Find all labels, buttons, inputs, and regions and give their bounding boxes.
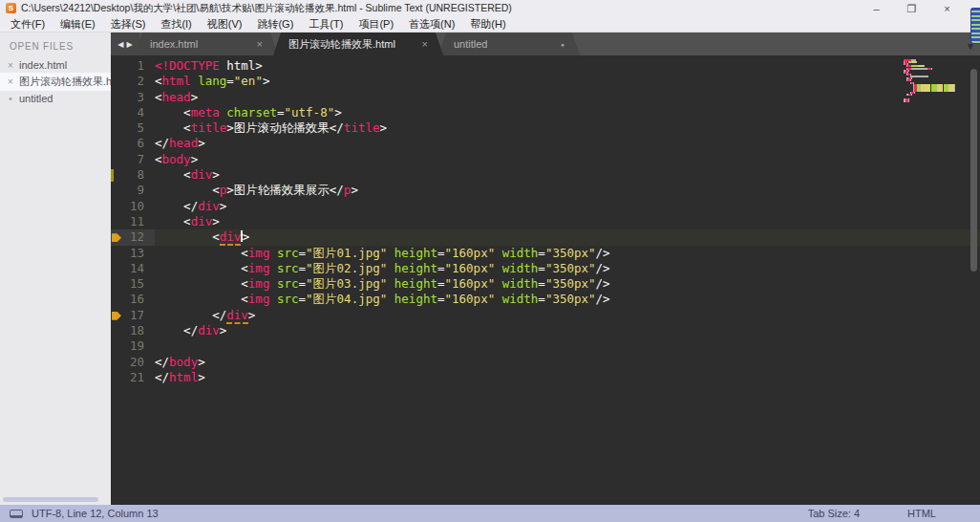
code-line-text: </div> bbox=[155, 308, 980, 323]
code-line[interactable]: 11 <div> bbox=[111, 214, 980, 229]
line-number: 12 bbox=[111, 229, 155, 245]
code-line[interactable]: 9 <p>图片轮播效果展示</p> bbox=[111, 183, 980, 198]
code-line[interactable]: 8 <div> bbox=[111, 167, 980, 183]
code-line[interactable]: 3<head> bbox=[111, 90, 980, 105]
tag-bookmark-icon bbox=[112, 233, 121, 242]
line-number: 6 bbox=[111, 136, 155, 151]
open-files-header: OPEN FILES bbox=[0, 33, 111, 57]
line-number: 9 bbox=[111, 183, 155, 198]
sidebar-file-label: index.html bbox=[19, 59, 67, 71]
sidebar-file-untitled[interactable]: •untitled bbox=[0, 91, 111, 106]
sidebar-horizontal-scrollbar[interactable] bbox=[3, 497, 98, 502]
code-line[interactable]: 4 <meta charset="utf-8"> bbox=[111, 105, 980, 120]
line-number: 21 bbox=[111, 370, 155, 385]
code-line[interactable]: 17 </div> bbox=[111, 308, 980, 323]
code-line-text: <html lang="en"> bbox=[155, 74, 980, 89]
sublime-logo-icon: S bbox=[6, 3, 16, 13]
code-line-text: <meta charset="utf-8"> bbox=[155, 105, 980, 120]
menu-item-find[interactable]: 查找(I) bbox=[153, 17, 199, 32]
code-line-text: </div> bbox=[155, 199, 980, 214]
minimize-button[interactable]: – bbox=[859, 1, 894, 16]
tab-untitled[interactable]: untitled● bbox=[438, 33, 580, 55]
menu-bar: 文件(F)编辑(E)选择(S)查找(I)视图(V)跳转(G)工具(T)项目(P)… bbox=[0, 16, 980, 33]
window-controls: – ❐ × bbox=[859, 1, 974, 16]
sidebar-file-label: 图片滚动轮播效果.html bbox=[19, 75, 111, 89]
code-line-text: </div> bbox=[155, 323, 980, 338]
code-line[interactable]: 15 <img src="图片03.jpg" height="160px" wi… bbox=[111, 276, 980, 292]
line-number: 19 bbox=[111, 338, 155, 354]
code-line-text bbox=[155, 338, 980, 354]
minimap[interactable] bbox=[904, 59, 965, 102]
line-number: 15 bbox=[111, 276, 155, 292]
line-number: 7 bbox=[111, 152, 155, 167]
menu-item-help[interactable]: 帮助(H) bbox=[462, 17, 513, 32]
tab-close-icon[interactable]: × bbox=[422, 38, 428, 50]
code-line[interactable]: 14 <img src="图片02.jpg" height="160px" wi… bbox=[111, 261, 980, 276]
dirty-dot-icon[interactable]: • bbox=[7, 94, 14, 104]
code-line-text: <div> bbox=[155, 229, 980, 245]
tab-carousel-html[interactable]: 图片滚动轮播效果.html× bbox=[273, 33, 443, 55]
code-line[interactable]: 19 bbox=[111, 338, 980, 354]
status-position: UTF-8, Line 12, Column 13 bbox=[32, 508, 159, 519]
sidebar-file-index-html[interactable]: ×index.html bbox=[0, 57, 111, 73]
tab-dirty-icon[interactable]: ● bbox=[561, 41, 565, 48]
close-file-icon[interactable]: × bbox=[7, 60, 14, 71]
tab-label: 图片滚动轮播效果.html bbox=[288, 37, 395, 52]
status-display-icon bbox=[10, 510, 23, 518]
code-line[interactable]: 7<body> bbox=[111, 152, 980, 167]
restore-button[interactable]: ❐ bbox=[894, 1, 929, 16]
code-line-text: <head> bbox=[155, 90, 980, 105]
code-line[interactable]: 6</head> bbox=[111, 136, 980, 151]
tab-size-status[interactable]: Tab Size: 4 bbox=[808, 508, 860, 519]
code-line[interactable]: 10 </div> bbox=[111, 199, 980, 214]
vertical-scrollbar[interactable] bbox=[970, 69, 977, 272]
menu-item-tools[interactable]: 工具(T) bbox=[301, 17, 351, 32]
code-line-text: <img src="图片01.jpg" height="160px" width… bbox=[155, 246, 980, 261]
line-number: 8 bbox=[111, 167, 155, 183]
code-line[interactable]: 20</body> bbox=[111, 355, 980, 370]
menu-item-edit[interactable]: 编辑(E) bbox=[53, 17, 103, 32]
code-line-text: </html> bbox=[155, 370, 980, 385]
code-line-text: <img src="图片03.jpg" height="160px" width… bbox=[155, 276, 980, 292]
menu-item-project[interactable]: 项目(P) bbox=[351, 17, 401, 32]
tab-close-icon[interactable]: × bbox=[257, 38, 263, 50]
status-bar: UTF-8, Line 12, Column 13 Tab Size: 4 HT… bbox=[0, 505, 980, 522]
sidebar-file-carousel-html[interactable]: ×图片滚动轮播效果.html bbox=[0, 73, 111, 91]
title-bar: S C:\Users\24212\Desktop\我的大学\社团\易航\技术贴\… bbox=[0, 0, 980, 16]
editor-group: ◀ ▶ index.html×图片滚动轮播效果.html×untitled● ▼… bbox=[111, 33, 980, 505]
main-area: OPEN FILES ×index.html×图片滚动轮播效果.html•unt… bbox=[0, 33, 980, 505]
sidebar-file-label: untitled bbox=[19, 93, 53, 104]
code-line-text: </head> bbox=[155, 136, 980, 151]
menu-item-preferences[interactable]: 首选项(N) bbox=[401, 17, 462, 32]
code-line[interactable]: 13 <img src="图片01.jpg" height="160px" wi… bbox=[111, 246, 980, 261]
tab-scroll-left-icon[interactable]: ◀ bbox=[117, 40, 123, 49]
code-line[interactable]: 21</html> bbox=[111, 370, 980, 385]
menu-item-view[interactable]: 视图(V) bbox=[200, 17, 250, 32]
code-line-text: <p>图片轮播效果展示</p> bbox=[155, 183, 980, 198]
code-line[interactable]: 16 <img src="图片04.jpg" height="160px" wi… bbox=[111, 292, 980, 307]
line-number: 11 bbox=[111, 214, 155, 229]
line-number: 20 bbox=[111, 355, 155, 370]
code-line-text: <div> bbox=[155, 214, 980, 229]
syntax-status[interactable]: HTML bbox=[907, 508, 936, 519]
tab-index-html[interactable]: index.html× bbox=[135, 33, 278, 55]
sidebar: OPEN FILES ×index.html×图片滚动轮播效果.html•unt… bbox=[0, 33, 111, 505]
tab-label: index.html bbox=[150, 38, 198, 50]
menu-item-file[interactable]: 文件(F) bbox=[3, 17, 53, 32]
close-button[interactable]: × bbox=[929, 1, 965, 16]
code-line[interactable]: 2<html lang="en"> bbox=[111, 74, 980, 89]
line-number: 14 bbox=[111, 261, 155, 276]
menu-item-selection[interactable]: 选择(S) bbox=[103, 17, 154, 32]
window-title: C:\Users\24212\Desktop\我的大学\社团\易航\技术贴\图片… bbox=[21, 2, 512, 15]
code-line[interactable]: 18 </div> bbox=[111, 323, 980, 338]
tab-scroll-right-icon[interactable]: ▶ bbox=[127, 40, 133, 49]
line-number: 2 bbox=[111, 74, 155, 89]
code-line[interactable]: 12 <div> bbox=[111, 229, 980, 245]
tab-bar: ◀ ▶ index.html×图片滚动轮播效果.html×untitled● ▼ bbox=[111, 33, 980, 55]
close-file-icon[interactable]: × bbox=[7, 76, 14, 87]
code-editor[interactable]: 1<!DOCTYPE html>2<html lang="en">3<head>… bbox=[111, 55, 980, 505]
code-line[interactable]: 5 <title>图片滚动轮播效果</title> bbox=[111, 120, 980, 136]
code-line[interactable]: 1<!DOCTYPE html> bbox=[111, 58, 980, 74]
menu-item-goto[interactable]: 跳转(G) bbox=[249, 17, 301, 32]
background-window-edge bbox=[970, 8, 980, 44]
